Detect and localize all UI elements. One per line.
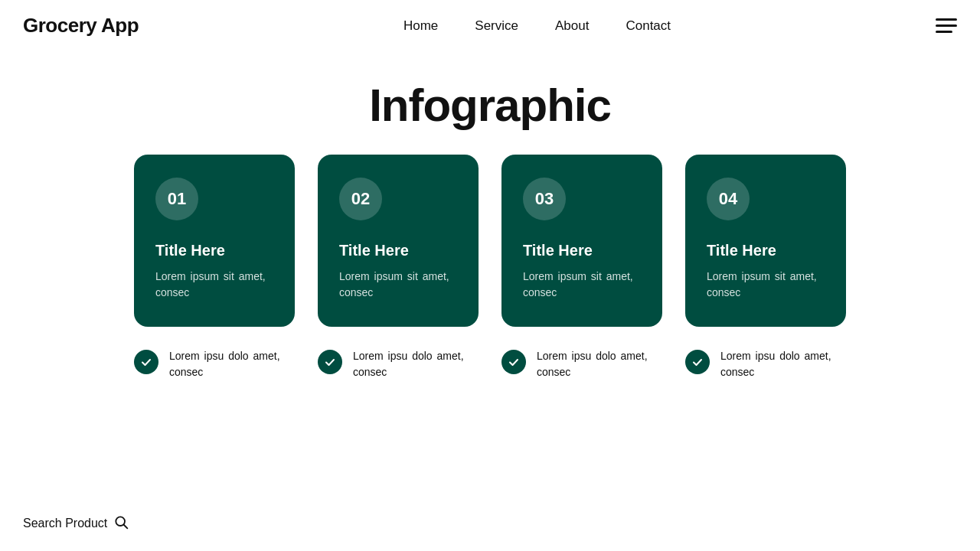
hamburger-menu[interactable] [936, 18, 957, 33]
check-text-2: Lorem ipsu dolo amet, consec [353, 348, 479, 380]
cards-section: 01 Title Here Lorem ipsum sit amet, cons… [0, 155, 980, 327]
check-item-4: Lorem ipsu dolo amet, consec [685, 348, 846, 380]
navbar: Grocery App Home Service About Contact [0, 0, 980, 51]
nav-links: Home Service About Contact [403, 18, 671, 34]
check-icon-3 [501, 350, 526, 374]
nav-contact[interactable]: Contact [626, 18, 671, 33]
page-title-section: Infographic [0, 51, 980, 155]
check-item-3: Lorem ipsu dolo amet, consec [501, 348, 662, 380]
search-bar[interactable]: Search Product [23, 514, 129, 533]
check-item-1: Lorem ipsu dolo amet, consec [134, 348, 295, 380]
search-label: Search Product [23, 517, 107, 530]
card-3-desc: Lorem ipsum sit amet, consec [523, 269, 641, 301]
check-text-3: Lorem ipsu dolo amet, consec [537, 348, 662, 380]
card-3-number: 03 [523, 178, 566, 220]
card-2-title: Title Here [339, 242, 457, 259]
card-4: 04 Title Here Lorem ipsum sit amet, cons… [685, 155, 846, 327]
card-1-number: 01 [155, 178, 198, 220]
check-text-1: Lorem ipsu dolo amet, consec [169, 348, 295, 380]
nav-logo: Grocery App [23, 14, 139, 37]
check-icon-4 [685, 350, 710, 374]
check-item-2: Lorem ipsu dolo amet, consec [318, 348, 479, 380]
card-2-number: 02 [339, 178, 382, 220]
card-4-desc: Lorem ipsum sit amet, consec [707, 269, 825, 301]
nav-about[interactable]: About [555, 18, 589, 33]
check-section: Lorem ipsu dolo amet, consec Lorem ipsu … [0, 327, 980, 380]
card-4-title: Title Here [707, 242, 825, 259]
card-1-title: Title Here [155, 242, 273, 259]
card-4-number: 04 [707, 178, 750, 220]
svg-line-1 [124, 525, 128, 529]
search-icon[interactable] [113, 514, 129, 533]
check-text-4: Lorem ipsu dolo amet, consec [720, 348, 846, 380]
card-1: 01 Title Here Lorem ipsum sit amet, cons… [134, 155, 295, 327]
page-title: Infographic [0, 79, 980, 132]
card-3-title: Title Here [523, 242, 641, 259]
nav-service[interactable]: Service [475, 18, 518, 33]
card-2-desc: Lorem ipsum sit amet, consec [339, 269, 457, 301]
nav-home[interactable]: Home [403, 18, 438, 33]
check-icon-1 [134, 350, 158, 374]
card-2: 02 Title Here Lorem ipsum sit amet, cons… [318, 155, 479, 327]
card-1-desc: Lorem ipsum sit amet, consec [155, 269, 273, 301]
card-3: 03 Title Here Lorem ipsum sit amet, cons… [501, 155, 662, 327]
check-icon-2 [318, 350, 342, 374]
